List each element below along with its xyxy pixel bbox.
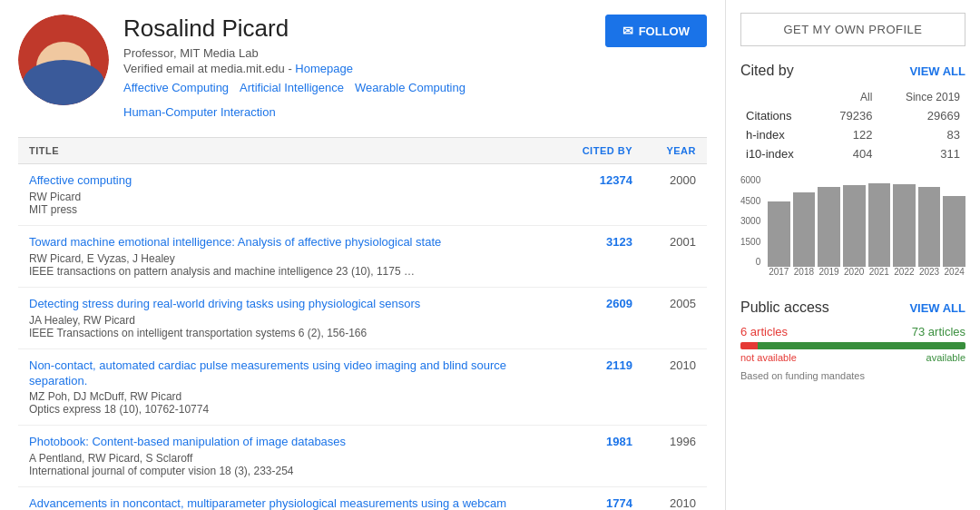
chart-bar — [818, 187, 840, 267]
chart-bar — [843, 185, 866, 267]
chart-bar — [918, 187, 941, 267]
tag-wearable-computing[interactable]: Wearable Computing — [355, 81, 466, 94]
col-title: TITLE — [29, 145, 551, 156]
paper-year: 2001 — [632, 235, 696, 278]
public-access-section: Public access VIEW ALL 6 articles 73 art… — [740, 299, 965, 381]
paper-info: Detecting stress during real-world drivi… — [29, 297, 551, 339]
paper-title[interactable]: Photobook: Content-based manipulation of… — [29, 435, 551, 450]
mail-icon: ✉ — [622, 24, 633, 38]
stat-since: 83 — [877, 125, 965, 144]
paper-title[interactable]: Affective computing — [29, 173, 551, 189]
chart-x-label: 2018 — [793, 267, 816, 277]
chart-bar — [943, 196, 965, 267]
cited-by-view-all[interactable]: VIEW ALL — [909, 64, 965, 78]
table-row: Affective computing RW Picard MIT press … — [18, 164, 707, 226]
public-access-view-all[interactable]: VIEW ALL — [909, 301, 965, 315]
chart-bar — [868, 183, 891, 267]
table-row: Detecting stress during real-world drivi… — [18, 288, 707, 349]
paper-year: 2005 — [632, 297, 696, 339]
paper-info: Non-contact, automated cardiac pulse mea… — [29, 358, 551, 417]
stat-label: h-index — [740, 125, 819, 144]
paper-title[interactable]: Toward machine emotional intelligence: A… — [29, 235, 551, 250]
follow-button[interactable]: ✉ FOLLOW — [605, 15, 707, 47]
available-count: 73 articles — [912, 325, 965, 338]
paper-authors: A Pentland, RW Picard, S Sclaroff — [29, 452, 551, 465]
chart-x-label: 2020 — [843, 267, 866, 277]
paper-title[interactable]: Detecting stress during real-world drivi… — [29, 297, 551, 312]
avatar — [18, 15, 109, 105]
paper-cited: 1774 — [551, 496, 632, 510]
tag-artificial-intelligence[interactable]: Artificial Intelligence — [240, 81, 344, 94]
table-row: Advancements in noncontact, multiparamet… — [18, 487, 707, 510]
profile-tags: Affective Computing Artificial Intellige… — [123, 81, 591, 119]
col-since: Since 2019 — [877, 88, 965, 106]
chart-x-label: 2023 — [918, 267, 941, 277]
col-cited-by[interactable]: CITED BY — [551, 145, 632, 156]
paper-cited: 3123 — [551, 235, 632, 278]
chart-bar — [768, 201, 790, 267]
table-row: Photobook: Content-based manipulation of… — [18, 426, 707, 487]
paper-authors: RW Picard, E Vyzas, J Healey — [29, 252, 551, 265]
left-panel: Rosalind Picard Professor, MIT Media Lab… — [0, 0, 726, 510]
table-row: Toward machine emotional intelligence: A… — [18, 226, 707, 288]
paper-year: 2000 — [632, 173, 696, 216]
tag-human-computer-interaction[interactable]: Human-Computer Interaction — [123, 105, 276, 119]
access-counts: 6 articles 73 articles — [740, 325, 965, 338]
access-bar-available — [758, 342, 965, 349]
chart-x-label: 2019 — [818, 267, 840, 277]
chart-x-label: 2021 — [868, 267, 891, 277]
paper-journal: International journal of computer vision… — [29, 465, 551, 477]
not-available-count: 6 articles — [740, 325, 788, 338]
right-panel: GET MY OWN PROFILE Cited by VIEW ALL All… — [726, 0, 980, 510]
stats-row: i10-index404311 — [740, 144, 965, 163]
stat-label: Citations — [740, 106, 819, 125]
paper-year: 2010 — [632, 496, 696, 510]
profile-info: Rosalind Picard Professor, MIT Media Lab… — [123, 15, 591, 119]
paper-title[interactable]: Non-contact, automated cardiac pulse mea… — [29, 358, 551, 389]
table-row: Non-contact, automated cardiac pulse mea… — [18, 349, 707, 427]
chart-y-label: 4500 — [740, 197, 760, 206]
col-year[interactable]: YEAR — [632, 145, 696, 156]
profile-header: Rosalind Picard Professor, MIT Media Lab… — [18, 15, 707, 119]
chart-x-labels: 20172018201920202021202220232024 — [740, 267, 965, 277]
chart-x-label: 2022 — [893, 267, 916, 277]
stat-since: 311 — [877, 144, 965, 163]
citations-chart: 60004500300015000 2017201820192020202120… — [740, 176, 965, 285]
paper-journal: IEEE transactions on pattern analysis an… — [29, 265, 551, 278]
paper-cited: 2609 — [551, 297, 632, 339]
paper-title[interactable]: Advancements in noncontact, multiparamet… — [29, 496, 551, 510]
available-label: available — [926, 352, 965, 363]
chart-y-labels: 60004500300015000 — [740, 176, 760, 267]
not-available-label: not available — [740, 352, 797, 363]
chart-x-label: 2024 — [943, 267, 965, 277]
paper-cited: 2119 — [551, 358, 632, 417]
cited-by-title: Cited by — [740, 63, 794, 79]
col-all: All — [819, 88, 878, 106]
stat-label: i10-index — [740, 144, 819, 163]
profile-title: Professor, MIT Media Lab — [123, 46, 591, 60]
chart-bar — [793, 192, 816, 267]
chart-y-label: 0 — [740, 258, 760, 267]
col-label — [740, 88, 819, 106]
homepage-link[interactable]: Homepage — [295, 62, 353, 75]
profile-name: Rosalind Picard — [123, 15, 591, 43]
paper-cited: 12374 — [551, 173, 632, 216]
chart-y-label: 3000 — [740, 217, 760, 226]
access-bar — [740, 342, 965, 349]
get-profile-button[interactable]: GET MY OWN PROFILE — [740, 13, 965, 46]
paper-journal: IEEE Transactions on intelligent transpo… — [29, 327, 551, 339]
paper-info: Photobook: Content-based manipulation of… — [29, 435, 551, 477]
paper-year: 2010 — [632, 358, 696, 417]
public-access-header: Public access VIEW ALL — [740, 299, 965, 316]
paper-info: Toward machine emotional intelligence: A… — [29, 235, 551, 278]
table-header: TITLE CITED BY YEAR — [18, 137, 707, 164]
paper-authors: JA Healey, RW Picard — [29, 314, 551, 327]
cited-by-section-header: Cited by VIEW ALL — [740, 63, 965, 79]
stat-all: 79236 — [819, 106, 878, 125]
paper-authors: MZ Poh, DJ McDuff, RW Picard — [29, 390, 551, 403]
access-note: Based on funding mandates — [740, 370, 965, 381]
stats-row: Citations7923629669 — [740, 106, 965, 125]
chart-y-label: 1500 — [740, 238, 760, 247]
tag-affective-computing[interactable]: Affective Computing — [123, 81, 229, 94]
paper-authors: RW Picard — [29, 191, 551, 203]
